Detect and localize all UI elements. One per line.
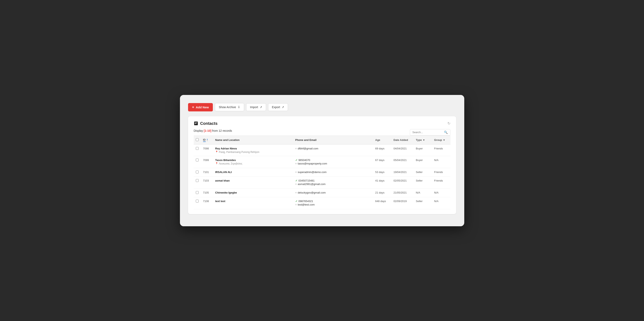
phone-text: 96504070 xyxy=(298,159,310,162)
th-name-location: Name and Location xyxy=(213,136,293,144)
row-date-added: 02/09/2019 xyxy=(392,197,414,209)
th-age: Age xyxy=(373,136,392,144)
contacts-icon xyxy=(194,121,198,126)
row-email: ×test@test.com xyxy=(295,203,371,206)
card-title: Contacts xyxy=(200,121,218,126)
phone-text: 0987654321 xyxy=(298,200,313,203)
row-checkbox[interactable] xyxy=(196,159,198,161)
row-checkbox[interactable] xyxy=(196,200,198,202)
main-window: + Add New Show Archive ⇩ Import ↗ Export… xyxy=(180,95,464,226)
row-name-location: asmat khan xyxy=(213,176,293,188)
show-archive-label: Show Archive xyxy=(219,106,236,109)
row-id: 7101 xyxy=(201,168,213,176)
search-input[interactable] xyxy=(412,131,442,134)
id-sort-icon: ▲ ▼ xyxy=(206,138,208,142)
row-name[interactable]: text test xyxy=(215,200,226,203)
row-checkbox[interactable] xyxy=(196,191,198,194)
row-checkbox-cell xyxy=(194,168,201,176)
row-id: 7103 xyxy=(201,176,213,188)
row-email: ×dfbhf@gmail.com xyxy=(295,147,371,150)
row-age: 67 days xyxy=(373,156,392,168)
import-button[interactable]: Import ↗ xyxy=(246,103,266,111)
th-phone-email: Phone and Email xyxy=(293,136,373,144)
row-id: 7105 xyxy=(201,188,213,197)
row-date-added: 02/05/2021 xyxy=(392,176,414,188)
phone-text: 03450715481 xyxy=(298,179,315,182)
row-group: Friends xyxy=(432,168,450,176)
row-name[interactable]: asmat khan xyxy=(215,179,230,182)
unverified-email-icon: × xyxy=(295,171,297,174)
row-phone: ✓96504070 xyxy=(295,159,371,162)
card-header: Contacts ↻ xyxy=(194,121,450,126)
row-name-location: IRSALAN ALI xyxy=(213,168,293,176)
display-info: Display [1-10] from 12 records xyxy=(194,129,232,132)
row-type: Seller xyxy=(414,168,432,176)
unverified-email-icon: × xyxy=(295,162,297,165)
location-text: Pasig, Pambansang Punong Rehiyon xyxy=(219,151,259,153)
add-new-button[interactable]: + Add New xyxy=(188,103,213,111)
row-phone-email: ✓03450715481×asmat2991@gmail.com xyxy=(293,176,373,188)
export-button[interactable]: Export ↗ xyxy=(268,103,288,111)
group-filter-icon[interactable]: ▼ xyxy=(443,139,446,142)
row-type: Buyer xyxy=(414,144,432,156)
email-text: superadmin@demo.com xyxy=(298,171,326,174)
table-body: 7098Rey Adrian Nieva📍Pasig, Pambansang P… xyxy=(194,144,450,209)
archive-icon: ⇩ xyxy=(238,105,240,109)
row-location: 📍Pasig, Pambansang Punong Rehiyon xyxy=(215,151,291,153)
pin-icon: 📍 xyxy=(215,151,218,153)
email-text: deluckygov@gmail.com xyxy=(298,191,326,194)
th-date-added: Date Added xyxy=(392,136,414,144)
row-type: Buyer xyxy=(414,156,432,168)
email-text: asmat2991@gmail.com xyxy=(298,183,326,186)
export-icon: ↗ xyxy=(282,106,284,109)
row-age: 53 days xyxy=(373,168,392,176)
row-name-location: Tasos Bilianides📍Λευκωσια, Στροβολος xyxy=(213,156,293,168)
unverified-email-icon: × xyxy=(295,183,297,186)
row-name-location: Chinwoke Igegbe xyxy=(213,188,293,197)
row-name[interactable]: Rey Adrian Nieva xyxy=(215,147,237,150)
table-row: 7101IRSALAN ALI×superadmin@demo.com53 da… xyxy=(194,168,450,176)
export-label: Export xyxy=(272,106,280,109)
card-title-row: Contacts xyxy=(194,121,218,126)
row-checkbox-cell xyxy=(194,197,201,209)
row-name[interactable]: IRSALAN ALI xyxy=(215,171,232,174)
row-phone-email: ✓96504070×tasos@mpaproperty.com xyxy=(293,156,373,168)
refresh-icon[interactable]: ↻ xyxy=(448,121,450,126)
row-phone-email: ×deluckygov@gmail.com xyxy=(293,188,373,197)
row-age: 648 days xyxy=(373,197,392,209)
row-group: N/A xyxy=(432,188,450,197)
select-all-checkbox[interactable] xyxy=(196,138,198,141)
table-controls: Display [1-10] from 12 records 🔍 xyxy=(194,129,450,136)
row-name[interactable]: Chinwoke Igegbe xyxy=(215,191,237,194)
row-type: Seller xyxy=(414,176,432,188)
display-range: [1-10] xyxy=(204,129,211,132)
unverified-email-icon: × xyxy=(295,191,297,194)
svg-rect-1 xyxy=(195,123,197,123)
row-email: ×asmat2991@gmail.com xyxy=(295,183,371,186)
row-group: N/A xyxy=(432,197,450,209)
th-id[interactable]: ID ▲ ▼ xyxy=(201,136,213,144)
email-text: test@test.com xyxy=(298,203,314,206)
th-group: Group ▼ xyxy=(432,136,450,144)
toolbar: + Add New Show Archive ⇩ Import ↗ Export… xyxy=(188,103,456,111)
row-date-added: 21/05/2021 xyxy=(392,188,414,197)
row-name[interactable]: Tasos Bilianides xyxy=(215,159,236,162)
svg-rect-2 xyxy=(195,123,196,124)
email-text: tasos@mpaproperty.com xyxy=(298,162,327,165)
row-email: ×tasos@mpaproperty.com xyxy=(295,162,371,165)
import-label: Import xyxy=(250,106,258,109)
pin-icon: 📍 xyxy=(215,162,218,165)
row-location: 📍Λευκωσια, Στροβολος xyxy=(215,162,291,165)
th-type: Type ▼ xyxy=(414,136,432,144)
type-filter-icon[interactable]: ▼ xyxy=(423,139,425,142)
row-phone: ✓03450715481 xyxy=(295,179,371,182)
show-archive-button[interactable]: Show Archive ⇩ xyxy=(215,103,244,111)
row-checkbox[interactable] xyxy=(196,179,198,182)
row-checkbox[interactable] xyxy=(196,147,198,150)
unverified-email-icon: × xyxy=(295,203,297,206)
row-checkbox[interactable] xyxy=(196,171,198,173)
row-group: Friends xyxy=(432,176,450,188)
table-row: 7098Rey Adrian Nieva📍Pasig, Pambansang P… xyxy=(194,144,450,156)
row-id: 7108 xyxy=(201,197,213,209)
table-header-row: ID ▲ ▼ Name and Location Phone and Email xyxy=(194,136,450,144)
